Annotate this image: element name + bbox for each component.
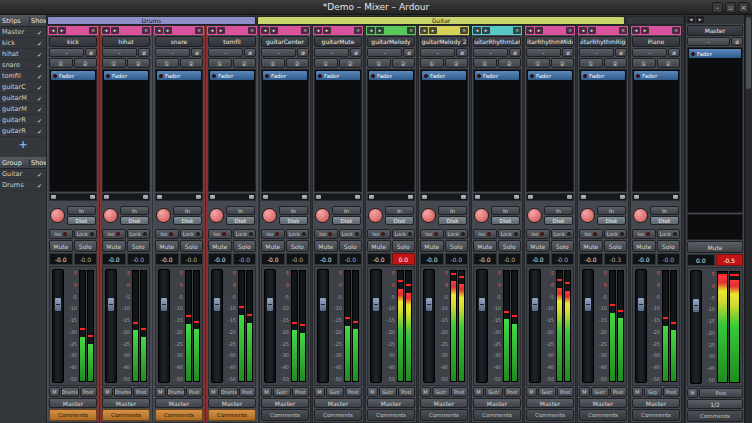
monitor-disk-button[interactable]: Disk <box>173 216 202 225</box>
phase-invert-button[interactable]: ø <box>615 48 627 57</box>
solo-isolate-button[interactable]: Iso <box>155 229 179 239</box>
scroll-right-icon[interactable]: ▸ <box>270 27 278 34</box>
master-mute-button[interactable]: Mute <box>687 241 743 253</box>
peak-display[interactable]: -0.3 <box>604 253 628 265</box>
solo-lock-button[interactable]: Lock <box>127 229 151 239</box>
monitor-disk-button[interactable]: Disk <box>438 216 467 225</box>
metering-button[interactable]: M <box>526 387 537 397</box>
metering-button[interactable]: M <box>155 387 166 397</box>
close-icon[interactable]: × <box>248 27 256 34</box>
processor-box[interactable]: Fader <box>261 69 309 192</box>
comments-button[interactable]: Comments <box>261 409 309 421</box>
master-input-button[interactable]: - <box>687 37 730 46</box>
master-comments-button[interactable]: Comments <box>687 410 743 422</box>
phase-invert-button[interactable]: ø <box>85 48 97 57</box>
processor-box[interactable]: Fader <box>208 69 256 192</box>
solo-button[interactable]: Solo <box>498 240 522 252</box>
scroll-left-icon[interactable]: ◂ <box>526 27 534 34</box>
input-channel-1-button[interactable]: ① <box>367 58 391 68</box>
record-arm-button[interactable] <box>50 208 65 223</box>
master-processor-box[interactable]: Fader <box>687 47 743 213</box>
pan-handle-right[interactable] <box>196 195 201 199</box>
track-name-button[interactable]: tomfil <box>208 36 256 47</box>
monitor-input-button[interactable]: In <box>597 206 626 215</box>
monitor-input-button[interactable]: In <box>67 206 96 215</box>
solo-lock-button[interactable]: Lock <box>286 229 310 239</box>
scroll-left-icon[interactable]: ◂ <box>687 16 695 23</box>
solo-button[interactable]: Solo <box>551 240 575 252</box>
processor-box[interactable]: Fader <box>632 69 680 192</box>
close-icon[interactable]: × <box>142 27 150 34</box>
record-arm-button[interactable] <box>421 208 436 223</box>
track-name-button[interactable]: Piano <box>632 36 680 47</box>
solo-button[interactable]: Solo <box>604 240 628 252</box>
gain-display[interactable]: -0.0 <box>632 253 656 265</box>
input-button[interactable]: - <box>473 48 508 57</box>
peak-display[interactable]: -0.0 <box>498 253 522 265</box>
fader-handle[interactable] <box>266 297 274 312</box>
output-button[interactable]: Master <box>155 398 203 408</box>
pan-handle-right[interactable] <box>673 195 678 199</box>
solo-lock-button[interactable]: Lock <box>392 229 416 239</box>
phase-invert-button[interactable]: ø <box>244 48 256 57</box>
input-channel-2-button[interactable]: ② <box>127 58 151 68</box>
input-channel-2-button[interactable]: ② <box>233 58 257 68</box>
close-icon[interactable]: × <box>407 27 415 34</box>
gain-display[interactable]: -0.0 <box>314 253 338 265</box>
meter-point-button[interactable]: Post <box>239 387 257 397</box>
fader-handle[interactable] <box>372 297 380 312</box>
fader-handle[interactable] <box>637 297 645 312</box>
phase-invert-button[interactable]: ø <box>668 48 680 57</box>
sidebar-strip-row[interactable]: hihat✓ <box>0 49 46 60</box>
solo-button[interactable]: Solo <box>74 240 98 252</box>
monitor-disk-button[interactable]: Disk <box>491 216 520 225</box>
panner-widget[interactable] <box>155 193 203 201</box>
monitor-input-button[interactable]: In <box>332 206 361 215</box>
record-arm-button[interactable] <box>633 208 648 223</box>
input-channel-1-button[interactable]: ① <box>49 58 73 68</box>
pan-handle-left[interactable] <box>51 195 56 199</box>
solo-lock-button[interactable]: Lock <box>339 229 363 239</box>
pan-handle-right[interactable] <box>90 195 95 199</box>
output-button[interactable]: Master <box>526 398 574 408</box>
sidebar-strip-row[interactable]: tomfil✓ <box>0 71 46 82</box>
comments-button[interactable]: Comments <box>579 409 627 421</box>
input-channel-2-button[interactable]: ② <box>392 58 416 68</box>
processor-box[interactable]: Fader <box>526 69 574 192</box>
panner-widget[interactable] <box>367 193 415 201</box>
scroll-left-icon[interactable]: ◂ <box>261 27 269 34</box>
meter-point-button[interactable]: Post <box>133 387 151 397</box>
peak-display[interactable]: -0.0 <box>74 253 98 265</box>
phase-invert-button[interactable]: ø <box>403 48 415 57</box>
sidebar-strip-row[interactable]: guitarC✓ <box>0 82 46 93</box>
gain-fader[interactable] <box>423 269 435 383</box>
pan-handle-right[interactable] <box>567 195 572 199</box>
solo-lock-button[interactable]: Lock <box>498 229 522 239</box>
gain-display[interactable]: -0.0 <box>49 253 73 265</box>
solo-isolate-button[interactable]: Iso <box>49 229 73 239</box>
output-button[interactable]: Master <box>261 398 309 408</box>
scroll-left-icon[interactable]: ◂ <box>314 27 322 34</box>
scroll-right-icon[interactable]: ▸ <box>323 27 331 34</box>
output-button[interactable]: Master <box>367 398 415 408</box>
gain-fader[interactable] <box>690 270 702 384</box>
panner-widget[interactable] <box>473 193 521 201</box>
monitor-disk-button[interactable]: Disk <box>226 216 255 225</box>
gain-display[interactable]: -0.0 <box>208 253 232 265</box>
peak-display[interactable]: -0.0 <box>286 253 310 265</box>
mute-button[interactable]: Mute <box>367 240 391 252</box>
strip-show-checkbox[interactable]: ✓ <box>33 40 46 47</box>
meter-point-button[interactable]: Post <box>80 387 98 397</box>
meter-point-button[interactable]: Post <box>610 387 628 397</box>
output-button[interactable]: Master <box>632 398 680 408</box>
gain-display[interactable]: -0.0 <box>526 253 550 265</box>
track-name-button[interactable]: snare <box>155 36 203 47</box>
fader-processor-entry[interactable]: Fader <box>210 71 254 80</box>
track-name-button[interactable]: guitarMelody 2 <box>420 36 468 47</box>
input-button[interactable]: - <box>367 48 402 57</box>
fader-handle[interactable] <box>319 297 327 312</box>
gain-fader[interactable] <box>105 269 117 383</box>
monitor-input-button[interactable]: In <box>385 206 414 215</box>
solo-isolate-button[interactable]: Iso <box>314 229 338 239</box>
mute-button[interactable]: Mute <box>261 240 285 252</box>
